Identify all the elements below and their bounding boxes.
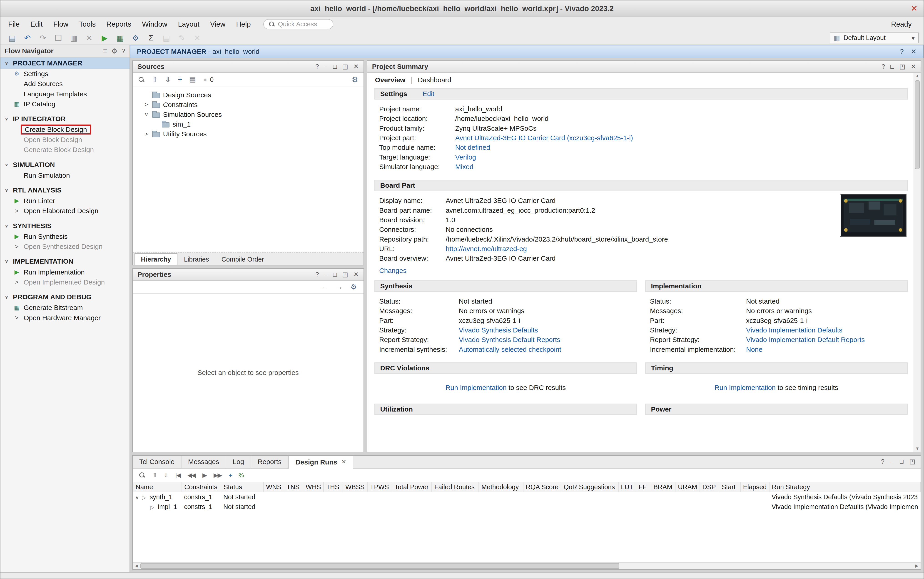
expand-all-icon[interactable]: ⇩ [164,472,168,479]
layout-selector[interactable]: ▦ Default Layout ▾ [830,33,919,43]
menu-item-flow[interactable]: Flow [48,19,73,29]
flow-item-open-synthesized-design[interactable]: >Open Synthesized Design [0,242,129,252]
column-header-failed-routes[interactable]: Failed Routes [432,482,479,492]
column-header-tpws[interactable]: TPWS [367,482,392,492]
run-implementation-link[interactable]: Run Implementation [446,384,507,391]
field-value[interactable]: Vivado Synthesis Defaults [459,326,538,334]
tab-tcl-console[interactable]: Tcl Console [133,456,181,468]
column-header-constraints[interactable]: Constraints [182,482,221,492]
expand-all-icon[interactable]: ⇩ [165,75,171,84]
gear-icon[interactable]: ⚙ [111,47,118,55]
field-value[interactable]: Vivado Implementation Default Reports [746,336,865,343]
column-header-ff[interactable]: FF [636,482,651,492]
tree-item-simulation-sources[interactable]: ∨Simulation Sources [133,110,363,119]
menu-item-edit[interactable]: Edit [25,19,48,29]
help-icon[interactable]: ? [881,458,885,468]
tab-log[interactable]: Log [226,456,251,468]
run-row-synth-1[interactable]: ∨▷synth_1constrs_1Not startedVivado Synt… [133,492,921,502]
column-header-methodology[interactable]: Methodology [479,482,523,492]
menu-item-layout[interactable]: Layout [173,19,205,29]
field-value[interactable]: None [746,346,762,353]
minimize-icon[interactable]: – [890,458,894,468]
menu-item-tools[interactable]: Tools [73,19,101,29]
paste-icon[interactable]: ▥ [67,33,81,43]
tab-libraries[interactable]: Libraries [178,254,215,265]
step-to-start-icon[interactable]: |◀ [175,472,180,479]
redo-icon[interactable]: ↷ [36,33,50,43]
tree-item-sim-1[interactable]: sim_1 [133,119,363,129]
column-header-name[interactable]: Name [133,482,181,492]
sigma-icon[interactable]: Σ [144,33,158,43]
flow-item-open-elaborated-design[interactable]: >Open Elaborated Design [0,206,129,216]
column-header-rqa-score[interactable]: RQA Score [523,482,561,492]
incremental-percent-icon[interactable]: % [238,472,243,479]
flow-item-create-block-design[interactable]: Create Block Design [0,124,129,134]
column-header-elapsed[interactable]: Elapsed [740,482,769,492]
scrollbar-thumb[interactable] [915,80,920,169]
undo-icon[interactable]: ↶ [21,33,34,43]
run-icon[interactable]: ▶ [98,33,111,43]
scroll-down-icon[interactable]: ▼ [915,445,919,451]
field-value[interactable]: Avnet UltraZed-3EG IO Carrier Card (xczu… [455,134,633,142]
help-icon[interactable]: ? [882,63,885,70]
tree-item-design-sources[interactable]: Design Sources [133,90,363,100]
tree-chevron-icon[interactable]: > [144,131,149,137]
flow-item-add-sources[interactable]: Add Sources [0,79,129,89]
flow-section-ip-integrator[interactable]: ∨IP INTEGRATOR [0,113,129,125]
new-file-icon[interactable]: ▤ [5,33,19,43]
collapse-all-icon[interactable]: ⇧ [152,472,157,479]
quick-access-search[interactable]: Quick Access [263,19,333,29]
flow-section-simulation[interactable]: ∨SIMULATION [0,159,129,170]
rewind-icon[interactable]: ◀◀ [188,472,195,479]
column-header-tns[interactable]: TNS [284,482,303,492]
column-header-run-strategy[interactable]: Run Strategy [769,482,921,492]
column-header-lut[interactable]: LUT [619,482,636,492]
minimize-icon[interactable]: – [324,63,328,70]
edit-icon[interactable]: ✎ [175,33,189,43]
flow-item-open-hardware-manager[interactable]: >Open Hardware Manager [0,313,129,323]
field-value[interactable]: Automatically selected checkpoint [459,346,561,353]
scrollbar-thumb[interactable] [140,563,619,569]
column-header-bram[interactable]: BRAM [651,482,676,492]
tab-design-runs[interactable]: Design Runs✕ [289,456,353,469]
settings-gear-icon[interactable]: ⚙ [129,33,142,43]
run-name-cell[interactable]: ▷impl_1 [133,502,181,512]
board-grid-icon[interactable]: ▦ [113,33,127,43]
tab-messages[interactable]: Messages [181,456,226,468]
help-icon[interactable]: ? [122,47,126,55]
fast-forward-icon[interactable]: ▶▶ [214,472,222,479]
changes-link[interactable]: Changes [379,267,406,274]
tab-hierarchy[interactable]: Hierarchy [134,254,178,265]
flow-item-generate-bitstream[interactable]: ▦Generate Bitstream [0,303,129,313]
run-row-impl-1[interactable]: ▷impl_1constrs_1Not startedVivado Implem… [133,502,921,512]
column-header-qor-suggestions[interactable]: QoR Suggestions [561,482,618,492]
floorplan-icon[interactable]: ▤ [160,33,173,43]
field-value[interactable]: Verilog [455,154,476,161]
close-icon[interactable]: ✕ [341,458,346,465]
close-icon[interactable]: ✕ [354,63,359,70]
flow-item-open-implemented-design[interactable]: >Open Implemented Design [0,277,129,287]
float-icon[interactable]: ◳ [342,63,348,70]
help-icon[interactable]: ? [315,63,319,70]
create-run-icon[interactable]: + [229,472,232,479]
edit-settings-link[interactable]: Edit [423,90,434,98]
maximize-icon[interactable]: □ [890,63,894,70]
run-implementation-link[interactable]: Run Implementation [715,384,775,391]
flow-section-rtl-analysis[interactable]: ∨RTL ANALYSIS [0,185,129,196]
search-icon[interactable] [138,76,145,83]
cancel-icon[interactable]: ✕ [190,33,204,43]
tab-dashboard[interactable]: Dashboard [418,76,451,84]
flow-item-language-templates[interactable]: Language Templates [0,89,129,99]
panel-menu-icon[interactable]: ≡ [103,47,107,55]
column-header-total-power[interactable]: Total Power [392,482,432,492]
column-header-status[interactable]: Status [221,482,264,492]
menu-item-file[interactable]: File [3,19,25,29]
flow-item-generate-block-design[interactable]: Generate Block Design [0,145,129,155]
column-header-whs[interactable]: WHS [303,482,323,492]
flow-item-open-block-design[interactable]: Open Block Design [0,135,129,145]
float-icon[interactable]: ◳ [342,271,348,278]
delete-icon[interactable]: ✕ [82,33,96,43]
close-icon[interactable]: ✕ [911,63,916,70]
chevron-expanded-icon[interactable]: ∨ [135,495,142,500]
window-close-button[interactable]: ✕ [911,3,917,13]
